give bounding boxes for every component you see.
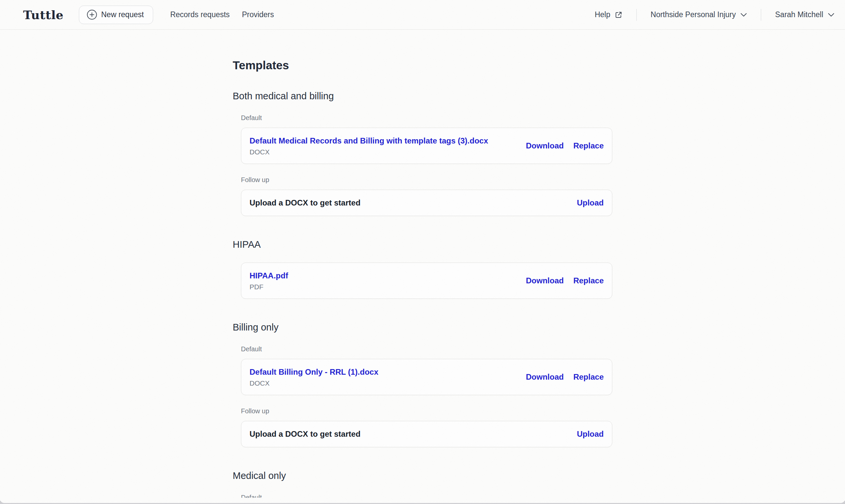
section-heading: HIPAA xyxy=(233,238,612,250)
group-label-follow-up: Follow up xyxy=(241,176,612,184)
user-menu[interactable]: Sarah Mitchell xyxy=(775,10,834,19)
upload-link[interactable]: Upload xyxy=(577,430,604,439)
topbar-left: Tuttle New request Records requests Prov… xyxy=(23,6,274,24)
replace-link[interactable]: Replace xyxy=(573,141,604,150)
section-body: HIPAA.pdf PDF Download Replace xyxy=(233,263,612,299)
upload-template-card: Upload a DOCX to get started Upload xyxy=(241,190,612,216)
section-heading: Billing only xyxy=(233,321,612,333)
upload-template-card: Upload a DOCX to get started Upload xyxy=(241,421,612,447)
template-file-card: Default Billing Only - RRL (1).docx DOCX… xyxy=(241,359,612,395)
upload-message: Upload a DOCX to get started xyxy=(249,430,360,439)
app-logo[interactable]: Tuttle xyxy=(23,8,64,22)
card-actions: Download Replace xyxy=(526,276,604,285)
upload-link[interactable]: Upload xyxy=(577,198,604,208)
window-bottom-corner-mask xyxy=(0,498,845,503)
chevron-down-icon xyxy=(740,13,747,17)
download-link[interactable]: Download xyxy=(526,372,564,382)
primary-nav: Records requests Providers xyxy=(170,10,274,19)
template-file-link[interactable]: HIPAA.pdf xyxy=(249,271,288,281)
template-file-card: HIPAA.pdf PDF Download Replace xyxy=(241,263,612,299)
file-info: Default Medical Records and Billing with… xyxy=(249,136,488,156)
group-label-default: Default xyxy=(241,345,612,353)
user-label: Sarah Mitchell xyxy=(775,10,823,19)
topbar-divider xyxy=(636,9,637,21)
help-link[interactable]: Help xyxy=(595,10,622,19)
section-billing-only: Billing only Default Default Billing Onl… xyxy=(233,321,612,447)
template-file-link[interactable]: Default Billing Only - RRL (1).docx xyxy=(249,367,378,377)
new-request-button[interactable]: New request xyxy=(79,6,153,24)
file-info: Default Billing Only - RRL (1).docx DOCX xyxy=(249,367,378,387)
replace-link[interactable]: Replace xyxy=(573,276,604,285)
card-actions: Download Replace xyxy=(526,141,604,150)
section-heading: Both medical and billing xyxy=(233,90,612,102)
page-title: Templates xyxy=(233,58,612,72)
card-actions: Download Replace xyxy=(526,372,604,382)
file-type-label: DOCX xyxy=(249,148,488,156)
workspace-menu[interactable]: Northside Personal Injury xyxy=(651,10,747,19)
template-file-card: Default Medical Records and Billing with… xyxy=(241,128,612,164)
section-medical-only: Medical only Default xyxy=(233,470,612,501)
topbar: Tuttle New request Records requests Prov… xyxy=(0,0,845,30)
external-link-icon xyxy=(615,11,622,19)
workspace-label: Northside Personal Injury xyxy=(651,10,736,19)
section-both-medical-and-billing: Both medical and billing Default Default… xyxy=(233,90,612,216)
file-type-label: DOCX xyxy=(249,379,378,387)
section-body: Default Default Medical Records and Bill… xyxy=(233,114,612,216)
templates-page: Templates Both medical and billing Defau… xyxy=(233,58,612,501)
new-request-label: New request xyxy=(101,10,144,19)
topbar-right: Help Northside Personal Injury Sarah Mit… xyxy=(595,9,834,21)
section-body: Default Default Billing Only - RRL (1).d… xyxy=(233,345,612,447)
nav-records-requests[interactable]: Records requests xyxy=(170,10,230,19)
section-hipaa: HIPAA HIPAA.pdf PDF Download Replace xyxy=(233,238,612,299)
help-label: Help xyxy=(595,10,610,19)
replace-link[interactable]: Replace xyxy=(573,372,604,382)
chevron-down-icon xyxy=(828,13,834,17)
section-heading: Medical only xyxy=(233,470,612,482)
card-actions: Upload xyxy=(577,198,604,208)
upload-message: Upload a DOCX to get started xyxy=(249,198,360,208)
group-label-follow-up: Follow up xyxy=(241,407,612,415)
card-actions: Upload xyxy=(577,430,604,439)
download-link[interactable]: Download xyxy=(526,141,564,150)
plus-circle-icon xyxy=(87,10,97,20)
file-type-label: PDF xyxy=(249,283,288,291)
nav-providers[interactable]: Providers xyxy=(242,10,274,19)
download-link[interactable]: Download xyxy=(526,276,564,285)
topbar-divider xyxy=(761,9,761,21)
group-label-default: Default xyxy=(241,114,612,122)
template-file-link[interactable]: Default Medical Records and Billing with… xyxy=(249,136,488,145)
file-info: HIPAA.pdf PDF xyxy=(249,271,288,291)
